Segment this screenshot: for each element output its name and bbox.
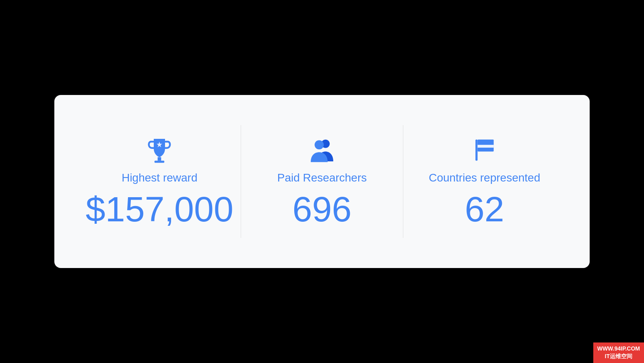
watermark-line2: IT运维空间 [597, 353, 640, 361]
watermark-line1: WWW.94IP.COM [597, 345, 640, 353]
stats-card: Highest reward $157,000 Paid Researchers… [54, 95, 590, 268]
trophy-icon [145, 136, 173, 164]
highest-reward-value: $157,000 [86, 192, 233, 227]
highest-reward-label: Highest reward [122, 171, 197, 184]
svg-point-4 [315, 140, 324, 150]
countries-value: 62 [465, 192, 504, 227]
people-icon [308, 136, 336, 164]
svg-rect-0 [158, 157, 161, 161]
svg-rect-7 [477, 145, 493, 148]
svg-marker-8 [493, 140, 498, 152]
paid-researchers-value: 696 [293, 192, 352, 227]
stat-paid-researchers: Paid Researchers 696 [241, 136, 403, 227]
watermark: WWW.94IP.COM IT运维空间 [593, 342, 644, 363]
stat-countries: Countries represented 62 [403, 136, 566, 227]
svg-rect-1 [155, 161, 165, 163]
stat-highest-reward: Highest reward $157,000 [78, 136, 241, 227]
flag-icon [471, 136, 499, 164]
svg-rect-5 [475, 140, 477, 161]
countries-label: Countries represented [429, 171, 540, 184]
paid-researchers-label: Paid Researchers [277, 171, 367, 184]
